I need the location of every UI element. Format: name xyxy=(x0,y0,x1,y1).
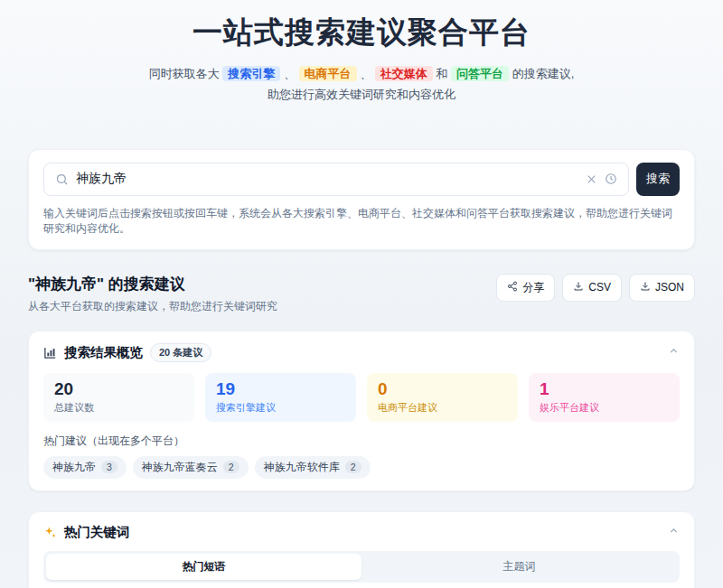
search-box xyxy=(43,163,629,196)
subtitle-and: 和 xyxy=(433,67,451,80)
hero-header: 一站式搜索建议聚合平台 同时获取各大 搜索引擎 、 电商平台 、 社交媒体 和 … xyxy=(28,0,695,106)
highlight-ecommerce: 电商平台 xyxy=(299,66,357,81)
stat-entertainment: 1 娱乐平台建议 xyxy=(529,373,680,422)
chip-label: 神族九帝软件库 xyxy=(264,460,340,475)
subtitle-line2: 助您进行高效关键词研究和内容优化 xyxy=(268,88,455,101)
overview-card: 搜索结果概览 20 条建议 20 总建议数 19 搜索引擎建议 0 电商平台建议 xyxy=(28,331,695,491)
search-row: 搜索 xyxy=(43,163,680,196)
stats-grid: 20 总建议数 19 搜索引擎建议 0 电商平台建议 1 娱乐平台建议 xyxy=(43,373,680,422)
overview-collapse-button[interactable] xyxy=(668,345,680,359)
history-icon[interactable] xyxy=(605,173,617,185)
stat-value: 1 xyxy=(540,379,669,399)
stat-value: 0 xyxy=(378,379,507,399)
stat-ecommerce: 0 电商平台建议 xyxy=(367,373,518,422)
hot-suggestion-chip[interactable]: 神族九帝软件库 2 xyxy=(255,456,371,479)
subtitle-separator: 、 xyxy=(280,67,298,80)
tab-hot-phrases[interactable]: 热门短语 xyxy=(46,554,362,580)
share-button[interactable]: 分享 xyxy=(496,274,555,302)
subtitle-suffix: 的搜索建议, xyxy=(509,67,574,80)
results-title: "神族九帝" 的搜索建议 xyxy=(28,274,277,294)
keywords-card: 热门关键词 热门短语 主题词 神族九帝 3平台 神族九帝蓝奏云 2平台 xyxy=(28,511,695,588)
results-actions: 分享 CSV JSON xyxy=(496,274,695,302)
hot-suggestion-chip[interactable]: 神族九帝蓝奏云 2 xyxy=(133,456,249,479)
stat-total-suggestions: 20 总建议数 xyxy=(43,373,194,422)
page-subtitle: 同时获取各大 搜索引擎 、 电商平台 、 社交媒体 和 问答平台 的搜索建议, … xyxy=(28,64,695,106)
stat-label: 搜索引擎建议 xyxy=(216,401,345,415)
results-header-text: "神族九帝" 的搜索建议 从各大平台获取的搜索建议，帮助您进行关键词研究 xyxy=(28,274,277,314)
highlight-qa-platform: 问答平台 xyxy=(451,66,509,81)
chip-count-badge: 2 xyxy=(223,461,239,473)
keywords-title: 热门关键词 xyxy=(64,524,130,541)
json-button-label: JSON xyxy=(655,281,684,294)
export-json-button[interactable]: JSON xyxy=(629,274,695,302)
chip-label: 神族九帝 xyxy=(52,460,96,475)
hot-suggestions-label: 热门建议（出现在多个平台） xyxy=(43,434,680,449)
keywords-collapse-button[interactable] xyxy=(668,525,680,539)
subtitle-separator: 、 xyxy=(357,67,375,80)
bar-chart-icon xyxy=(43,346,57,359)
keywords-tabs: 热门短语 主题词 xyxy=(43,551,680,583)
highlight-social-media: 社交媒体 xyxy=(375,66,433,81)
page-title: 一站式搜索建议聚合平台 xyxy=(28,13,695,53)
chip-label: 神族九帝蓝奏云 xyxy=(142,460,218,475)
chevron-up-icon xyxy=(668,345,680,359)
chip-count-badge: 3 xyxy=(101,461,117,473)
subtitle-prefix: 同时获取各大 xyxy=(149,67,223,80)
chip-count-badge: 2 xyxy=(345,461,362,473)
overview-title: 搜索结果概览 xyxy=(64,344,143,361)
search-input[interactable] xyxy=(76,172,578,186)
keywords-card-header: 热门关键词 xyxy=(43,524,680,541)
search-button[interactable]: 搜索 xyxy=(636,163,680,196)
highlight-search-engines: 搜索引擎 xyxy=(222,66,280,81)
stat-value: 20 xyxy=(54,379,183,399)
download-icon xyxy=(640,281,651,294)
share-button-label: 分享 xyxy=(522,280,544,295)
stat-value: 19 xyxy=(216,379,345,399)
page-container: 一站式搜索建议聚合平台 同时获取各大 搜索引擎 、 电商平台 、 社交媒体 和 … xyxy=(28,0,695,588)
share-icon xyxy=(507,281,518,294)
stat-search-engine: 19 搜索引擎建议 xyxy=(205,373,356,422)
overview-count-badge: 20 条建议 xyxy=(150,343,211,362)
search-helper-text: 输入关键词后点击搜索按钮或按回车键，系统会从各大搜索引擎、电商平台、社交媒体和问… xyxy=(43,206,680,237)
results-header: "神族九帝" 的搜索建议 从各大平台获取的搜索建议，帮助您进行关键词研究 分享 … xyxy=(28,274,695,314)
stat-label: 娱乐平台建议 xyxy=(540,401,669,415)
stat-label: 电商平台建议 xyxy=(378,401,507,415)
stat-label: 总建议数 xyxy=(54,401,183,415)
hot-suggestion-chip[interactable]: 神族九帝 3 xyxy=(43,456,127,479)
csv-button-label: CSV xyxy=(588,281,611,294)
search-card: 搜索 输入关键词后点击搜索按钮或按回车键，系统会从各大搜索引擎、电商平台、社交媒… xyxy=(28,149,695,250)
overview-card-header: 搜索结果概览 20 条建议 xyxy=(43,343,680,362)
download-icon xyxy=(573,281,584,294)
chevron-up-icon xyxy=(668,525,680,539)
tab-topic-words[interactable]: 主题词 xyxy=(362,554,677,580)
results-subtitle: 从各大平台获取的搜索建议，帮助您进行关键词研究 xyxy=(28,299,277,314)
hot-suggestions-list: 神族九帝 3 神族九帝蓝奏云 2 神族九帝软件库 2 xyxy=(43,456,680,479)
sparkles-icon xyxy=(43,526,57,539)
clear-input-icon[interactable] xyxy=(586,173,597,185)
export-csv-button[interactable]: CSV xyxy=(562,274,622,302)
search-icon xyxy=(55,173,69,186)
